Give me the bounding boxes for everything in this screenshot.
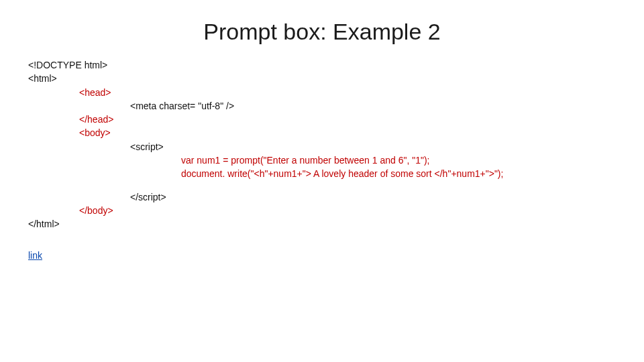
code-line: </html> [28,217,644,231]
code-line: <!DOCTYPE html> [28,58,644,72]
blank-line [28,181,644,190]
code-line: <html> [28,72,644,85]
code-line: var num1 = prompt("Enter a number betwee… [28,154,644,167]
code-line: document. write("<h"+num1+"> A lovely he… [28,167,644,180]
slide-title: Prompt box: Example 2 [0,0,644,58]
code-line: <meta charset= "utf-8" /> [28,99,644,113]
link[interactable]: link [28,250,42,261]
code-line: <body> [28,126,644,139]
link-row: link [0,250,644,261]
code-line: </script> [28,190,644,204]
code-block: <!DOCTYPE html> <html> <head> <meta char… [0,58,644,231]
code-line: </head> [28,113,644,126]
code-line: <script> [28,140,644,154]
code-line: </body> [28,204,644,217]
code-line: <head> [28,86,644,99]
